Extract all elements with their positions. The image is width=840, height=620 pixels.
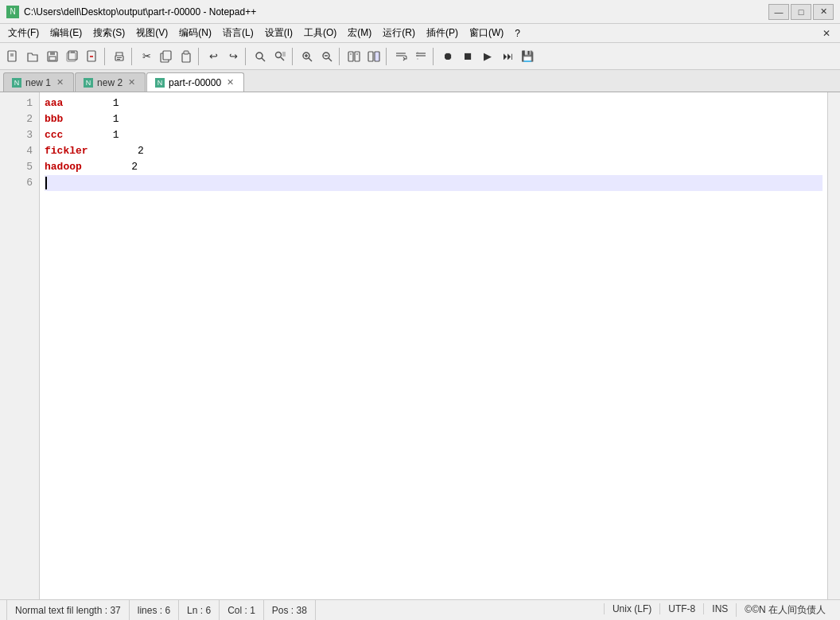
- line-number-5: 5: [0, 159, 39, 175]
- code-word-bbb: bbb: [45, 111, 63, 127]
- tab-icon-new2: N: [84, 78, 93, 88]
- svg-point-18: [256, 53, 262, 59]
- sync-button-2[interactable]: [364, 47, 383, 66]
- status-encoding: UTF-8: [659, 603, 703, 614]
- line-number-2: 2: [0, 111, 39, 127]
- svg-rect-8: [71, 51, 75, 53]
- redo-button[interactable]: ↪: [224, 47, 243, 66]
- find-button[interactable]: [251, 47, 270, 66]
- menu-bar: 文件(F) 编辑(E) 搜索(S) 视图(V) 编码(N) 语言(L) 设置(I…: [0, 24, 840, 43]
- copy-button[interactable]: [157, 47, 176, 66]
- tab-label-partfile: part-r-00000: [169, 77, 221, 88]
- save-button[interactable]: [43, 47, 62, 66]
- extra-text: ✕: [822, 28, 837, 39]
- separator-8: [433, 48, 436, 65]
- svg-rect-36: [368, 52, 373, 61]
- menu-settings[interactable]: 设置(I): [260, 25, 298, 41]
- tab-partfile[interactable]: N part-r-00000 ✕: [146, 72, 244, 92]
- macro-play-button[interactable]: ▶: [478, 47, 497, 66]
- print-button[interactable]: [110, 47, 129, 66]
- undo-button[interactable]: ↩: [204, 47, 223, 66]
- toolbar: ✂ ↩ ↪ ⏺ ⏹ ▶ ⏭ 💾: [0, 43, 840, 70]
- zoom-out-button[interactable]: [317, 47, 336, 66]
- word-wrap-button[interactable]: [391, 47, 410, 66]
- status-col: Col : 1: [220, 600, 264, 620]
- tab-close-new1[interactable]: ✕: [55, 77, 65, 88]
- tab-new2[interactable]: N new 2 ✕: [75, 72, 146, 92]
- minimize-button[interactable]: —: [768, 4, 789, 20]
- menu-encoding[interactable]: 编码(N): [174, 25, 216, 41]
- save-all-button[interactable]: [63, 47, 82, 66]
- paste-button[interactable]: [177, 47, 196, 66]
- editor-content[interactable]: aaa 1 bbb 1 ccc 1 fickler 2 hadoop 2: [40, 92, 827, 599]
- line-number-3: 3: [0, 127, 39, 143]
- status-extra: ©©N 在人间负债人: [736, 603, 834, 617]
- status-ln: Ln : 6: [179, 600, 220, 620]
- separator-7: [386, 48, 389, 65]
- tab-close-new2[interactable]: ✕: [126, 77, 137, 88]
- line-number-1: 1: [0, 96, 39, 111]
- menu-search[interactable]: 搜索(S): [88, 25, 130, 41]
- code-val-1: 1: [63, 96, 119, 111]
- menu-language[interactable]: 语言(L): [218, 25, 259, 41]
- svg-rect-4: [50, 52, 55, 55]
- menu-tools[interactable]: 工具(O): [299, 25, 341, 41]
- status-line-ending: Unix (LF): [604, 603, 659, 614]
- tab-label-new2: new 2: [97, 77, 122, 88]
- svg-line-30: [329, 58, 332, 61]
- menu-run[interactable]: 运行(R): [378, 25, 420, 41]
- text-cursor: [45, 177, 53, 189]
- status-text: Normal text fil length : 37: [6, 600, 130, 620]
- svg-rect-32: [348, 52, 353, 61]
- macro-run-button[interactable]: ⏭: [498, 47, 517, 66]
- menu-window[interactable]: 窗口(W): [465, 25, 508, 41]
- svg-point-20: [276, 52, 282, 57]
- svg-rect-33: [355, 52, 360, 61]
- tab-bar: N new 1 ✕ N new 2 ✕ N part-r-00000 ✕: [0, 70, 840, 92]
- code-line-5: hadoop 2: [45, 159, 822, 175]
- macro-record-button[interactable]: ⏺: [438, 47, 457, 66]
- new-button[interactable]: [3, 47, 22, 66]
- open-button[interactable]: [23, 47, 42, 66]
- code-line-4: fickler 2: [45, 143, 822, 159]
- code-line-3: ccc 1: [45, 127, 822, 143]
- menu-file[interactable]: 文件(F): [3, 25, 44, 41]
- title-bar-left: N C:\Users\dell\Desktop\output\part-r-00…: [6, 6, 256, 18]
- zoom-in-button[interactable]: [298, 47, 317, 66]
- code-line-2: bbb 1: [45, 111, 822, 127]
- code-val-3: 1: [63, 127, 119, 143]
- app-icon: N: [6, 6, 19, 18]
- menu-view[interactable]: 视图(V): [131, 25, 173, 41]
- macro-stop-button[interactable]: ⏹: [458, 47, 477, 66]
- close-button[interactable]: ✕: [813, 4, 834, 20]
- separator-1: [104, 48, 107, 65]
- scrollbar-right[interactable]: [827, 92, 840, 599]
- separator-2: [131, 48, 134, 65]
- tab-icon-new1: N: [12, 78, 21, 88]
- maximize-button[interactable]: □: [791, 4, 811, 20]
- indent-guide-button[interactable]: [411, 47, 430, 66]
- line-number-6: 6: [0, 175, 39, 191]
- find-in-files[interactable]: [270, 47, 290, 66]
- menu-help[interactable]: ?: [510, 26, 525, 41]
- status-right-group: Unix (LF) UTF-8 INS ©©N 在人间负债人: [604, 603, 834, 617]
- macro-save-button[interactable]: 💾: [518, 47, 537, 66]
- sync-scroll-button[interactable]: [344, 47, 364, 66]
- cut-button[interactable]: ✂: [137, 47, 156, 66]
- menu-plugins[interactable]: 插件(P): [422, 25, 463, 41]
- code-word-hadoop: hadoop: [45, 159, 82, 175]
- tab-close-partfile[interactable]: ✕: [225, 77, 235, 88]
- separator-5: [292, 48, 295, 65]
- tab-label-new1: new 1: [25, 77, 51, 88]
- svg-rect-12: [117, 57, 122, 58]
- line-number-4: 4: [0, 143, 39, 159]
- svg-line-21: [281, 57, 284, 60]
- line-numbers: 1 2 3 4 5 6: [0, 92, 40, 599]
- menu-macro[interactable]: 宏(M): [343, 25, 376, 41]
- status-lines: lines : 6: [130, 600, 179, 620]
- close-tab-button[interactable]: [83, 47, 102, 66]
- tab-new1[interactable]: N new 1 ✕: [3, 72, 74, 92]
- menu-edit[interactable]: 编辑(E): [45, 25, 87, 41]
- title-text: C:\Users\dell\Desktop\output\part-r-0000…: [24, 6, 256, 18]
- svg-rect-17: [184, 51, 189, 54]
